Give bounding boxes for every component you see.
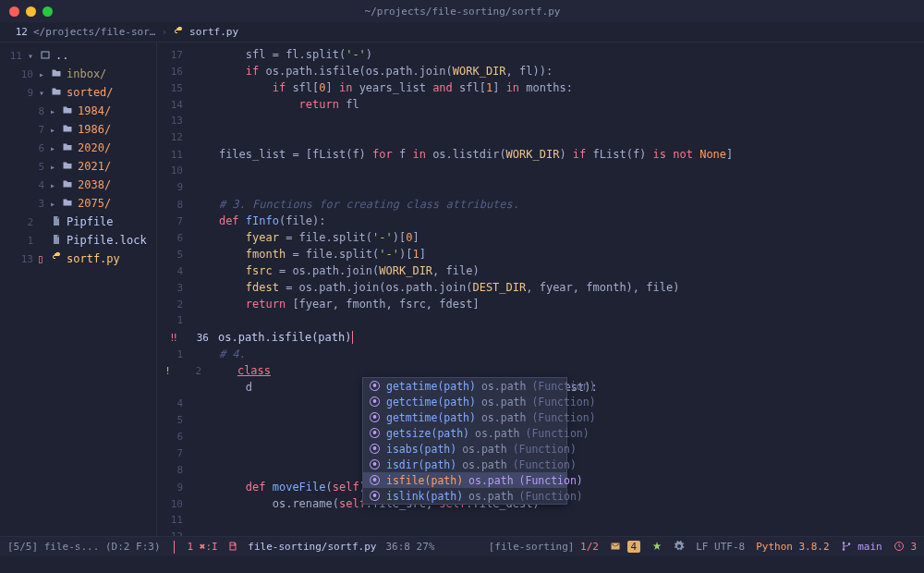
tree-item-label: 2021/ bbox=[78, 160, 111, 173]
file-tree[interactable]: 11▾..10▸inbox/9▾sorted/8▸1984/7▸1986/6▸2… bbox=[0, 43, 157, 536]
file-icon bbox=[50, 215, 63, 229]
svg-point-3 bbox=[842, 548, 845, 551]
tree-item-label: 2075/ bbox=[78, 197, 111, 210]
folder-icon bbox=[50, 67, 63, 81]
python-icon bbox=[173, 26, 184, 38]
tree-item[interactable]: 11▾.. bbox=[0, 46, 156, 65]
breadcrumb-file[interactable]: sortf.py bbox=[189, 26, 238, 38]
error-count[interactable]: 1 ✖:I bbox=[188, 541, 218, 553]
breadcrumb-row: 12 bbox=[7, 26, 28, 38]
completion-item[interactable]: ⦿getsize(path)os.path (Function) bbox=[363, 425, 566, 441]
svg-point-0 bbox=[176, 29, 177, 30]
git-branch[interactable]: main bbox=[841, 541, 882, 553]
chevron-icon[interactable]: ▾ bbox=[37, 88, 46, 98]
current-line[interactable]: ‼ 36os.path.isfile(path) bbox=[157, 329, 924, 346]
project-indicator: [file-sorting] 1/2 bbox=[489, 541, 599, 553]
mail-indicator[interactable]: 4 bbox=[610, 541, 640, 553]
zoom-icon[interactable] bbox=[43, 6, 53, 17]
folder-icon bbox=[61, 178, 74, 192]
mail-icon bbox=[610, 541, 621, 553]
editor-window: ~/projects/file-sorting/sortf.py 12 </pr… bbox=[0, 0, 924, 573]
tree-item-label: sorted/ bbox=[67, 86, 114, 99]
completion-item[interactable]: ⦿getctime(path)os.path (Function) bbox=[363, 394, 566, 409]
modified-marker: ▯ bbox=[37, 252, 46, 265]
modeline-file[interactable]: file-sorting/sortf.py bbox=[227, 541, 377, 553]
window-controls bbox=[9, 6, 53, 17]
function-icon: ⦿ bbox=[369, 457, 381, 471]
gear-icon[interactable] bbox=[674, 541, 685, 553]
window-title: ~/projects/file-sorting/sortf.py bbox=[60, 6, 865, 18]
open-box-icon bbox=[39, 49, 52, 63]
chevron-icon[interactable]: ▸ bbox=[48, 199, 57, 209]
completion-item[interactable]: ⦿getatime(path)os.path (Function) bbox=[363, 378, 566, 394]
tree-item-label: Pipfile.lock bbox=[67, 234, 147, 247]
location-icon[interactable] bbox=[651, 541, 663, 553]
tree-item[interactable]: 1Pipfile.lock bbox=[0, 231, 156, 250]
completion-item[interactable]: ⦿isdir(path)os.path (Function) bbox=[363, 457, 566, 472]
branch-icon bbox=[841, 541, 852, 553]
close-icon[interactable] bbox=[9, 6, 19, 17]
chevron-icon[interactable]: ▸ bbox=[37, 69, 46, 79]
language-mode[interactable]: Python 3.8.2 bbox=[756, 541, 829, 553]
clock: 3 bbox=[894, 541, 917, 553]
function-icon: ⦿ bbox=[369, 473, 381, 487]
tree-item[interactable]: 3▸2075/ bbox=[0, 194, 156, 213]
clock-icon bbox=[894, 541, 905, 553]
chevron-icon[interactable]: ▾ bbox=[26, 51, 35, 61]
completion-popup[interactable]: ⦿getatime(path)os.path (Function)⦿getcti… bbox=[362, 377, 567, 505]
folder-icon bbox=[61, 104, 74, 118]
folder-icon bbox=[61, 197, 74, 211]
tree-item-label: Pipfile bbox=[67, 215, 114, 228]
function-icon: ⦿ bbox=[369, 379, 381, 393]
completion-item[interactable]: ⦿getmtime(path)os.path (Function) bbox=[363, 409, 566, 425]
function-icon: ⦿ bbox=[369, 410, 381, 424]
chevron-icon[interactable]: ▸ bbox=[48, 143, 57, 153]
folder-icon bbox=[50, 86, 63, 100]
completion-item[interactable]: ⦿isfile(path)os.path (Function) bbox=[363, 472, 566, 488]
breadcrumb: 12 </projects/file-sor… › sortf.py bbox=[0, 22, 924, 43]
encoding[interactable]: LF UTF-8 bbox=[696, 541, 745, 553]
tree-item[interactable]: 7▸1986/ bbox=[0, 120, 156, 139]
completion-item[interactable]: ⦿islink(path)os.path (Function) bbox=[363, 488, 566, 504]
modeline-left-hint: [5/5] file-s... (D:2 F:3) bbox=[7, 541, 161, 553]
main-area: 11▾..10▸inbox/9▾sorted/8▸1984/7▸1986/6▸2… bbox=[0, 43, 924, 536]
py-icon bbox=[50, 252, 63, 266]
tree-item[interactable]: 5▸2021/ bbox=[0, 157, 156, 176]
folder-icon bbox=[61, 160, 74, 174]
svg-rect-1 bbox=[42, 52, 49, 58]
tree-item[interactable]: 6▸2020/ bbox=[0, 139, 156, 157]
tree-item[interactable]: 9▾sorted/ bbox=[0, 83, 156, 102]
tree-item-label: inbox/ bbox=[67, 67, 106, 80]
tree-item-label: 1986/ bbox=[78, 123, 111, 136]
breadcrumb-path[interactable]: </projects/file-sor… bbox=[33, 26, 155, 38]
tree-item[interactable]: 2Pipfile bbox=[0, 213, 156, 231]
tree-item-label: 2020/ bbox=[78, 141, 111, 154]
chevron-icon[interactable]: ▸ bbox=[48, 180, 57, 190]
tree-item-label: 1984/ bbox=[78, 104, 111, 117]
chevron-icon[interactable]: ▸ bbox=[48, 125, 57, 135]
tree-item-label: sortf.py bbox=[67, 252, 120, 265]
tree-item-label: 2038/ bbox=[78, 178, 111, 191]
folder-icon bbox=[61, 141, 74, 155]
chevron-icon[interactable]: ▸ bbox=[48, 162, 57, 172]
svg-point-2 bbox=[842, 542, 845, 544]
tree-item[interactable]: 8▸1984/ bbox=[0, 102, 156, 120]
file-icon bbox=[50, 234, 63, 248]
function-icon: ⦿ bbox=[369, 426, 381, 440]
function-icon: ⦿ bbox=[369, 442, 381, 456]
function-icon: ⦿ bbox=[369, 489, 381, 503]
modeline: [5/5] file-s... (D:2 F:3) 1 ✖:I file-sor… bbox=[0, 536, 924, 556]
chevron-right-icon: › bbox=[161, 26, 167, 38]
completion-item[interactable]: ⦿isabs(path)os.path (Function) bbox=[363, 441, 566, 457]
tree-item[interactable]: 10▸inbox/ bbox=[0, 65, 156, 83]
tree-item[interactable]: 13▯sortf.py bbox=[0, 250, 156, 268]
cursor-position: 36:8 27% bbox=[385, 541, 434, 553]
code-editor[interactable]: 17 sfl = fl.split('-') 16 if os.path.isf… bbox=[157, 43, 924, 536]
minibuffer[interactable] bbox=[0, 556, 924, 573]
save-icon bbox=[227, 541, 245, 553]
folder-icon bbox=[61, 123, 74, 137]
titlebar: ~/projects/file-sorting/sortf.py bbox=[0, 0, 924, 22]
tree-item[interactable]: 4▸2038/ bbox=[0, 176, 156, 194]
minimize-icon[interactable] bbox=[26, 6, 36, 17]
chevron-icon[interactable]: ▸ bbox=[48, 106, 57, 116]
